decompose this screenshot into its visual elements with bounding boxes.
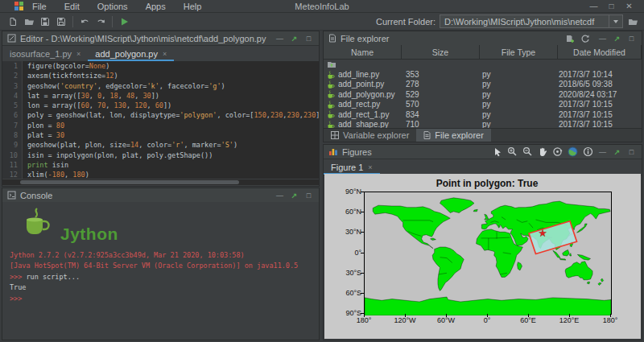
code-editor[interactable]: 1figure(bgcolor=None)2axesm(tickfontsize…	[2, 61, 319, 179]
table-row[interactable]: add_rect_1.py834py2017/3/7 10:15	[324, 109, 642, 119]
figures-panel: Figures — ↗ □ Figure 1 × Point in polygo…	[323, 144, 642, 340]
maximize-panel-icon[interactable]: □	[626, 148, 637, 156]
menu-options[interactable]: Options	[89, 2, 137, 11]
identifier-info-icon[interactable]	[583, 146, 593, 157]
maximize-panel-icon[interactable]: □	[303, 35, 314, 43]
redo-icon[interactable]	[93, 15, 109, 28]
y-tick-label: 30°N	[345, 228, 361, 236]
open-folder-button[interactable]	[21, 15, 37, 28]
close-window-icon[interactable]: ✕	[624, 2, 634, 10]
figures-tab-bar: Figure 1 ×	[324, 159, 642, 175]
python-file-icon	[327, 71, 335, 79]
code-line[interactable]: 10isin = inpolygon(plon, plat, poly.getS…	[2, 150, 319, 160]
file-explorer-panel-icon	[328, 34, 336, 43]
globe-icon[interactable]	[568, 146, 578, 157]
parent-directory-row[interactable]	[324, 60, 642, 69]
menu-bar: FileEditOptionsAppsHelp MeteoInfoLab — □…	[0, 0, 644, 13]
line-number: 1	[2, 61, 23, 71]
app-logo-icon	[14, 2, 23, 10]
menu-edit[interactable]: Edit	[56, 2, 89, 11]
code-line[interactable]: 9geoshow(plat, plon, size=14, color='r',…	[2, 140, 319, 150]
x-tick-label: 180°	[357, 316, 372, 324]
maximize-panel-icon[interactable]: □	[303, 192, 314, 200]
zoom-out-icon[interactable]	[522, 146, 533, 157]
save-button[interactable]	[37, 15, 53, 28]
column-header-name[interactable]: Name	[324, 45, 402, 59]
code-line[interactable]: 6poly = geoshow(lat, lon, displaytype='p…	[2, 110, 319, 120]
refresh-icon[interactable]	[580, 34, 590, 43]
new-folder-icon[interactable]	[565, 34, 575, 43]
console-line: Jython 2.7.2 (v2.7.2:925a3cc3b49d, Mar 2…	[10, 250, 316, 261]
select-cursor-icon[interactable]	[493, 147, 502, 157]
console-output[interactable]: Jython Jython 2.7.2 (v2.7.2:925a3cc3b49d…	[2, 202, 319, 340]
code-line[interactable]: 8plat = 30	[2, 130, 319, 140]
maximize-window-icon[interactable]: □	[606, 2, 617, 10]
pan-hand-icon[interactable]	[538, 146, 547, 157]
code-line[interactable]: 12xlim(-180, 180)	[2, 170, 319, 179]
close-tab-icon[interactable]: ×	[76, 50, 80, 58]
column-header-size[interactable]: Size	[402, 45, 480, 59]
code-line[interactable]: 1figure(bgcolor=None)	[2, 61, 319, 71]
code-line[interactable]: 7plon = 80	[2, 121, 319, 130]
table-row[interactable]: add_polygon.py529py2020/8/24 03:17	[324, 89, 642, 99]
menu-file[interactable]: File	[23, 2, 56, 11]
float-panel-icon[interactable]: ↗	[289, 192, 299, 200]
zoom-in-icon[interactable]	[507, 146, 518, 157]
line-number: 5	[2, 101, 23, 110]
full-extent-icon[interactable]	[552, 146, 563, 157]
menu-apps[interactable]: Apps	[137, 2, 175, 11]
explorer-tab-file-explorer[interactable]: File explorer	[416, 129, 491, 142]
minimize-window-icon[interactable]: —	[588, 2, 599, 10]
explorer-tab-variable-explorer[interactable]: Variable explorer	[324, 129, 416, 142]
figure-canvas[interactable]: Point in polygon: True	[324, 174, 641, 339]
code-line[interactable]: 11print isin	[2, 160, 319, 170]
float-panel-icon[interactable]: ↗	[612, 35, 622, 43]
close-tab-icon[interactable]: ×	[163, 50, 167, 58]
folder-up-icon	[327, 60, 336, 68]
file-doc-icon	[423, 131, 431, 139]
console-panel-icon	[7, 191, 16, 200]
code-line[interactable]: 5lon = array([60, 70, 130, 120, 60])	[2, 101, 319, 110]
file-modified: 2018/6/5 09:38	[555, 80, 642, 89]
x-tick-label: 60°E	[520, 316, 536, 324]
tab-figure-1[interactable]: Figure 1 ×	[324, 161, 380, 175]
line-number: 4	[2, 91, 23, 101]
menu-help[interactable]: Help	[175, 2, 211, 11]
code-line[interactable]: 3geoshow('country', edgecolor='k', facec…	[2, 81, 319, 91]
save-as-button[interactable]	[53, 15, 69, 28]
file-size: 529	[401, 90, 478, 99]
table-row[interactable]: add_line.py353py2017/3/7 10:14	[324, 69, 642, 79]
editor-tab-add_polygon.py[interactable]: add_polygon.py×	[88, 47, 174, 61]
editor-panel-title: Editor - D:\Working\MIScript\Jython\mis\…	[20, 34, 266, 43]
table-row[interactable]: add_point.py278py2018/6/5 09:38	[324, 80, 642, 89]
browse-folder-button[interactable]	[625, 15, 641, 28]
editor-horizontal-scrollbar[interactable]	[2, 179, 319, 185]
new-file-button[interactable]	[5, 15, 21, 28]
python-file-icon	[327, 101, 335, 109]
file-table-header[interactable]: NameSizeFile TypeDate Modified	[324, 45, 642, 60]
column-header-file-type[interactable]: File Type	[480, 45, 558, 59]
minimize-panel-icon[interactable]: —	[597, 35, 608, 43]
maximize-panel-icon[interactable]: □	[626, 35, 637, 43]
file-type: py	[478, 70, 555, 79]
editor-tab-isosurface_1.py[interactable]: isosurface_1.py×	[2, 47, 88, 61]
code-line[interactable]: 2axesm(tickfontsize=12)	[2, 71, 319, 80]
float-panel-icon[interactable]: ↗	[289, 35, 299, 43]
undo-icon[interactable]	[76, 15, 93, 28]
current-folder-combobox[interactable]: D:\Working\MIScript\Jython\mis\netcdf	[440, 14, 623, 28]
float-panel-icon[interactable]: ↗	[612, 148, 622, 156]
x-tick-label: 120°E	[559, 316, 580, 324]
x-tick-label: 0°	[484, 316, 491, 324]
run-script-button[interactable]	[116, 15, 132, 28]
console-line: >>>	[10, 294, 316, 304]
world-map-plot[interactable]	[364, 192, 612, 315]
table-row[interactable]: add_rect.py570py2017/3/7 10:15	[324, 100, 642, 109]
chevron-down-icon[interactable]	[609, 15, 622, 27]
minimize-panel-icon[interactable]: —	[597, 148, 608, 156]
close-tab-icon[interactable]: ×	[368, 163, 372, 171]
console-line: [Java HotSpot(TM) 64-Bit Server VM (Orac…	[10, 261, 316, 271]
minimize-panel-icon[interactable]: —	[275, 192, 285, 200]
code-line[interactable]: 4lat = array([30, 0, 18, 48, 30])	[2, 91, 319, 101]
minimize-panel-icon[interactable]: —	[275, 35, 285, 43]
column-header-date-modified[interactable]: Date Modified	[558, 45, 642, 59]
